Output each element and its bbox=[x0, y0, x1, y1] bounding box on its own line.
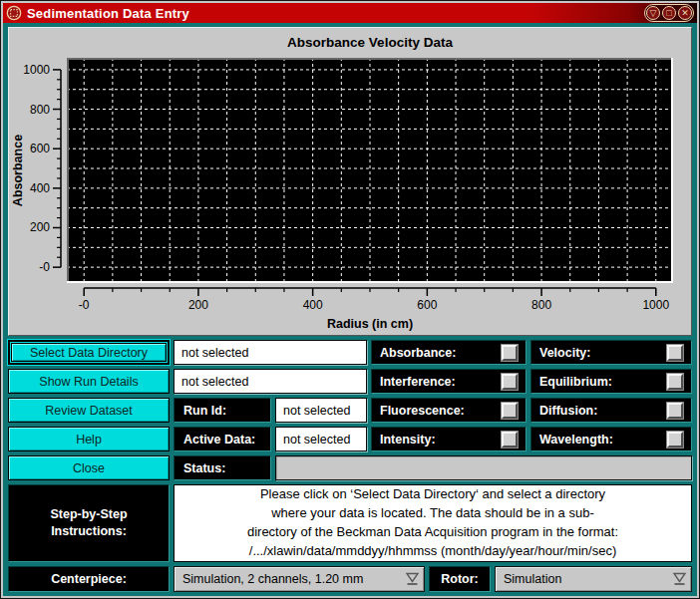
row-run-id: Review Dataset Run Id: not selected Fluo… bbox=[8, 398, 692, 423]
chart-panel: -02004006008001000-02004006008001000Abso… bbox=[8, 27, 692, 336]
svg-text:-0: -0 bbox=[39, 260, 50, 274]
intensity-checkbox[interactable] bbox=[502, 432, 518, 448]
status-label: Status: bbox=[174, 455, 271, 480]
absorbance-panel: Absorbance: bbox=[371, 340, 526, 365]
diffusion-panel: Diffusion: bbox=[530, 398, 692, 423]
svg-text:1000: 1000 bbox=[642, 298, 669, 312]
equilibrium-panel: Equilibrium: bbox=[530, 369, 692, 394]
active-data-label: Active Data: bbox=[174, 427, 271, 451]
absorbance-velocity-chart: -02004006008001000-02004006008001000Abso… bbox=[9, 28, 691, 335]
instructions-text: Please click on ‘Select Data Directory‘ … bbox=[174, 484, 692, 562]
velocity-panel: Velocity: bbox=[530, 340, 692, 365]
wavelength-label: Wavelength: bbox=[539, 433, 613, 447]
run-id-field[interactable]: not selected bbox=[275, 398, 367, 423]
svg-text:200: 200 bbox=[188, 298, 208, 312]
select-data-directory-button[interactable]: Select Data Directory bbox=[11, 343, 167, 362]
svg-text:-0: -0 bbox=[79, 298, 90, 312]
run-id-label: Run Id: bbox=[174, 398, 271, 423]
show-run-details-button[interactable]: Show Run Details bbox=[8, 369, 170, 394]
review-dataset-button[interactable]: Review Dataset bbox=[8, 398, 170, 423]
maximize-button[interactable]: □ bbox=[662, 6, 676, 20]
data-directory-field[interactable]: not selected bbox=[174, 340, 367, 365]
default-button-ring: Select Data Directory bbox=[8, 340, 170, 365]
row-run-details: Show Run Details not selected Interferen… bbox=[8, 369, 692, 394]
rotor-value: Simulation bbox=[504, 572, 667, 586]
svg-text:Absorbance: Absorbance bbox=[11, 135, 25, 206]
centerpiece-label: Centerpiece: bbox=[8, 566, 170, 592]
instructions-section: Step-by-Step Instructions: Please click … bbox=[8, 484, 692, 562]
main-content: -02004006008001000-02004006008001000Abso… bbox=[3, 23, 697, 596]
interference-label: Interference: bbox=[380, 375, 456, 389]
velocity-checkbox[interactable] bbox=[667, 345, 683, 361]
titlebar: Sedimentation Data Entry ▽ □ ✕ bbox=[3, 3, 697, 23]
svg-text:600: 600 bbox=[30, 142, 50, 155]
centerpiece-value: Simulation, 2 channels, 1.20 mm bbox=[182, 572, 400, 586]
instructions-label: Step-by-Step Instructions: bbox=[8, 484, 170, 562]
row-status: Close Status: bbox=[8, 455, 692, 480]
interference-panel: Interference: bbox=[371, 369, 526, 394]
row-data-directory: Select Data Directory not selected Absor… bbox=[8, 340, 692, 365]
help-button[interactable]: Help bbox=[8, 427, 170, 451]
interference-checkbox[interactable] bbox=[502, 374, 518, 390]
dropdown-arrow-icon[interactable] bbox=[404, 571, 420, 587]
control-grid: Select Data Directory not selected Absor… bbox=[8, 340, 692, 480]
wavelength-panel: Wavelength: bbox=[530, 427, 692, 451]
app-icon bbox=[6, 5, 22, 21]
absorbance-label: Absorbance: bbox=[380, 346, 456, 360]
intensity-label: Intensity: bbox=[380, 433, 436, 447]
rotor-dropdown[interactable]: Simulation bbox=[495, 566, 692, 592]
centerpiece-dropdown[interactable]: Simulation, 2 channels, 1.20 mm bbox=[174, 566, 425, 592]
fluorescence-checkbox[interactable] bbox=[502, 403, 518, 419]
fluorescence-label: Fluorescence: bbox=[380, 404, 465, 418]
run-details-field[interactable]: not selected bbox=[174, 369, 367, 394]
rotor-label: Rotor: bbox=[429, 566, 491, 592]
diffusion-label: Diffusion: bbox=[539, 404, 597, 418]
window-title: Sedimentation Data Entry bbox=[27, 6, 189, 21]
svg-text:Absorbance Velocity Data: Absorbance Velocity Data bbox=[287, 35, 453, 50]
svg-text:Radius (in cm): Radius (in cm) bbox=[327, 317, 413, 331]
equilibrium-label: Equilibrium: bbox=[539, 375, 612, 389]
close-button[interactable]: Close bbox=[8, 455, 170, 480]
intensity-panel: Intensity: bbox=[371, 427, 526, 451]
dropdown-arrow-icon[interactable] bbox=[671, 571, 687, 587]
app-window: Sedimentation Data Entry ▽ □ ✕ -02004006… bbox=[0, 0, 700, 599]
svg-text:400: 400 bbox=[303, 298, 323, 312]
fluorescence-panel: Fluorescence: bbox=[371, 398, 526, 423]
bottom-bar: Centerpiece: Simulation, 2 channels, 1.2… bbox=[8, 566, 692, 592]
svg-text:800: 800 bbox=[531, 298, 551, 312]
diffusion-checkbox[interactable] bbox=[667, 403, 683, 419]
active-data-field[interactable]: not selected bbox=[275, 427, 367, 451]
absorbance-checkbox[interactable] bbox=[502, 345, 518, 361]
status-field bbox=[275, 455, 692, 480]
equilibrium-checkbox[interactable] bbox=[667, 374, 683, 390]
close-window-button[interactable]: ✕ bbox=[678, 6, 692, 20]
svg-text:400: 400 bbox=[30, 181, 50, 195]
window-controls: ▽ □ ✕ bbox=[644, 4, 694, 22]
svg-text:600: 600 bbox=[417, 298, 437, 312]
row-active-data: Help Active Data: not selected Intensity… bbox=[8, 427, 692, 451]
minimize-button[interactable]: ▽ bbox=[646, 6, 660, 20]
velocity-label: Velocity: bbox=[539, 346, 590, 360]
svg-text:1000: 1000 bbox=[23, 63, 50, 77]
svg-text:800: 800 bbox=[30, 103, 50, 117]
svg-text:200: 200 bbox=[30, 220, 50, 234]
wavelength-checkbox[interactable] bbox=[667, 432, 683, 448]
